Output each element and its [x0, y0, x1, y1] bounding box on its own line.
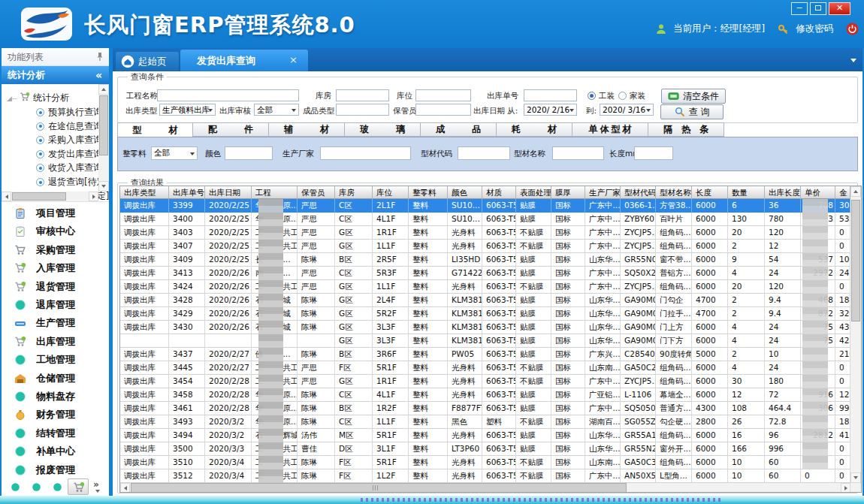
column-header[interactable]: 材质: [482, 186, 516, 199]
column-header[interactable]: 库房: [335, 186, 373, 199]
table-row[interactable]: 调拨出库34372020/2/27佛...陈琳B区3R6F整料PW056063-…: [120, 348, 850, 361]
sidebar-item-10[interactable]: 仓储管理: [2, 370, 109, 388]
material-tab-2[interactable]: 配件: [193, 122, 269, 137]
sidebar-item-14[interactable]: 补单中心: [2, 442, 109, 460]
sidebar-item-5[interactable]: 退货管理: [2, 278, 109, 296]
material-tab-7[interactable]: 单体型材: [572, 122, 648, 137]
table-row[interactable]: 调拨出库34072020/2/25工共工程严思G区1L1F整料光身料6063-T…: [120, 240, 850, 253]
name-input[interactable]: [552, 146, 604, 160]
search-button[interactable]: 查 询: [660, 104, 724, 119]
tree-item[interactable]: 预算执行查询: [36, 105, 102, 119]
sidebar-item-8[interactable]: 出库管理: [2, 333, 109, 351]
column-header[interactable]: 膜厚: [551, 186, 585, 199]
table-row[interactable]: 调拨出库34542020/2/28工共工程严思G区1R1F整料光身料6063-T…: [120, 375, 850, 388]
table-row[interactable]: 调拨出库34932020/3/2华原...陈琳C区1L1F整料黑色塑料不贴膜国标…: [120, 415, 850, 429]
table-row[interactable]: 调拨出库35002020/3/3工共工程曹佳D区3L1F整料LT3P606063…: [120, 442, 850, 456]
sidebar-item-2[interactable]: 审核中心: [2, 222, 109, 240]
dot-icon[interactable]: [11, 482, 20, 492]
tab-list-dropdown-icon[interactable]: [850, 59, 856, 62]
sidebar-item-7[interactable]: 生产管理: [2, 314, 109, 332]
table-row[interactable]: 调拨出库35102020/3/4工共工程陈琳F区5R1F整料光身料6063-T5…: [120, 456, 850, 469]
sidebar-group-header[interactable]: 统计分析«: [2, 66, 109, 84]
table-row[interactable]: 调拨出库33992020/2/25华原...严思C区2L1F整料SU10...6…: [120, 199, 850, 213]
column-header[interactable]: 数量: [728, 186, 765, 199]
column-header[interactable]: 颜色: [448, 186, 482, 199]
column-header[interactable]: 出库日期: [205, 186, 252, 199]
material-tab-5[interactable]: 成品: [421, 122, 497, 137]
change-password-link[interactable]: 修改密码: [796, 23, 833, 34]
pin-icon[interactable]: [95, 52, 104, 62]
mfr-input[interactable]: [320, 146, 411, 160]
table-row[interactable]: 调拨出库34612020/2/28华原...陈琳B区1R2F整料F8877FT6…: [120, 402, 850, 415]
material-tab-4[interactable]: 玻璃: [345, 122, 421, 137]
column-header[interactable]: 表面处理: [516, 186, 551, 199]
table-row[interactable]: 调拨出库34132020/2/26南...严思C区5R3F整料G71422606…: [120, 267, 850, 280]
tree-vscrollbar[interactable]: [98, 84, 109, 192]
whole-combo[interactable]: 全部: [151, 146, 198, 160]
maximize-button[interactable]: [810, 2, 826, 15]
table-row[interactable]: 调拨出库34092020/2/25长...陈琳B区2R5F整料LI35HD606…: [120, 253, 850, 267]
radio-jiazhuang[interactable]: [618, 92, 627, 100]
code-input[interactable]: [458, 146, 510, 160]
tab-active[interactable]: 发货出库查询 ×: [180, 50, 308, 71]
sidebar-item-3[interactable]: 采购管理: [2, 241, 109, 259]
dot-icon[interactable]: [32, 482, 41, 492]
column-header[interactable]: 出库单号: [169, 186, 205, 199]
splitter[interactable]: [109, 48, 113, 496]
radio-jiazhuang-label[interactable]: 家装: [630, 89, 645, 101]
date-to-picker[interactable]: 2020/ 3/16: [600, 104, 654, 116]
table-row[interactable]: 调拨出库34292020/2/26石城陈琳G区5R2F整料KLM38176063…: [120, 307, 850, 321]
column-header[interactable]: 生产厂家: [585, 186, 621, 199]
room-input[interactable]: [336, 89, 389, 101]
tree-item[interactable]: 收货入库查询: [36, 161, 102, 174]
cart-button[interactable]: [68, 478, 89, 495]
length-input[interactable]: [634, 146, 673, 160]
grid-vscrollbar[interactable]: [850, 186, 861, 483]
column-header[interactable]: 库位: [373, 186, 409, 199]
column-header[interactable]: 出库类型: [120, 186, 169, 199]
table-row[interactable]: 调拨出库34242020/2/26工共工程严思G区1L1F整料光身料6063-T…: [120, 280, 850, 294]
product-type-input[interactable]: [336, 104, 389, 116]
column-header[interactable]: 保管员: [298, 186, 335, 199]
table-row[interactable]: 调拨出库34282020/2/26石城陈琳G区2L4F整料KLM38176063…: [120, 294, 850, 307]
sidebar-item-13[interactable]: 结转管理: [2, 424, 109, 442]
table-row[interactable]: 调拨出库34582020/2/28华原...陈琳C区4L1F整料光身料6063-…: [120, 388, 850, 402]
column-header[interactable]: 单价: [801, 186, 835, 199]
project-name-input[interactable]: [157, 89, 299, 101]
material-tab-1[interactable]: 型材: [117, 122, 193, 137]
sidebar-item-1[interactable]: 项目管理: [2, 204, 109, 222]
table-row[interactable]: 调拨出库35122020/3/4工共工程陈琳F区1L2F整料光身料6063-T5…: [120, 469, 850, 483]
sidebar-item-6[interactable]: 退库管理: [2, 296, 109, 314]
date-from-picker[interactable]: 2020/ 2/16: [524, 104, 577, 116]
order-no-input[interactable]: [524, 89, 577, 101]
column-header[interactable]: 长度: [692, 186, 728, 199]
material-tab-8[interactable]: 隔热条: [648, 122, 724, 137]
sidebar-item-12[interactable]: 财务管理: [2, 406, 109, 424]
material-tab-6[interactable]: 耗材: [497, 122, 572, 137]
table-row[interactable]: 调拨出库34302020/2/26石城陈琳G区3L3F整料KLM38176063…: [120, 321, 850, 334]
tree-hscrollbar[interactable]: [2, 192, 98, 201]
column-header[interactable]: 工程: [252, 186, 298, 199]
tree-root[interactable]: ◢-- 统计分析: [7, 91, 69, 104]
table-row[interactable]: 调拨出库34002020/2/25华原...严思C区4L1F整料SU10...6…: [120, 213, 850, 226]
table-row[interactable]: G区3L3F整料KLM38176063-T5贴膜国标山东华...GA90M09.…: [120, 334, 850, 348]
overflow-chevron[interactable]: »: [93, 479, 99, 490]
sidebar-item-11[interactable]: 物料盘存: [2, 388, 109, 406]
tree-item[interactable]: 采购入库查询: [36, 133, 102, 146]
column-header[interactable]: 型材代码: [621, 186, 656, 199]
table-row[interactable]: 调拨出库34032020/2/25工共工程严思G区1R1F整料光身料6063-T…: [120, 226, 850, 240]
column-header[interactable]: 型材名称: [656, 186, 692, 199]
column-header[interactable]: 金: [835, 186, 850, 199]
overflow-down-icon[interactable]: [95, 490, 100, 493]
column-header[interactable]: 整零料: [409, 186, 448, 199]
material-tab-3[interactable]: 辅材: [269, 122, 345, 137]
radio-gongzhuang-label[interactable]: 工装: [599, 89, 615, 101]
tree-item[interactable]: 发货出库查询: [36, 147, 102, 161]
dot-icon[interactable]: [53, 482, 62, 492]
sidebar-item-15[interactable]: 报废管理: [2, 461, 109, 479]
loc-input[interactable]: [415, 89, 471, 101]
grid-hscrollbar[interactable]: [120, 483, 850, 493]
column-header[interactable]: 出库长度: [765, 186, 801, 199]
collapse-icon[interactable]: «: [95, 66, 102, 84]
minimize-button[interactable]: ─: [791, 2, 808, 15]
